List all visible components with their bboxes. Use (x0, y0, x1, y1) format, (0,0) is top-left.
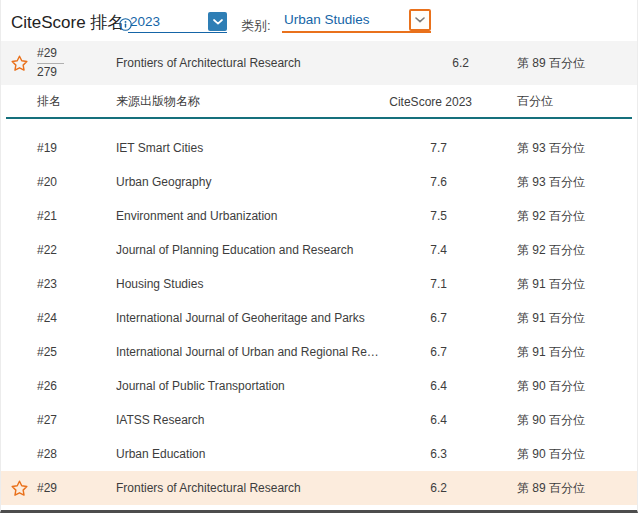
row-citescore: 7.1 (382, 277, 472, 291)
table-header: 排名 来源出版物名称 CiteScore 2023 百分位 (1, 88, 637, 115)
table-row: #19 IET Smart Cities 7.7 第 93 百分位 (1, 131, 637, 165)
row-source-title: International Journal of Urban and Regio… (116, 345, 382, 359)
table-row: #21 Environment and Urbanization 7.5 第 9… (1, 199, 637, 233)
row-percentile: 第 92 百分位 (472, 208, 637, 225)
row-rank: #29 (37, 481, 116, 495)
column-header-citescore: CiteScore 2023 (382, 95, 472, 109)
row-citescore: 6.7 (382, 311, 472, 325)
row-percentile: 第 91 百分位 (472, 310, 637, 327)
table-row: #26 Journal of Public Transportation 6.4… (1, 369, 637, 403)
row-rank: #26 (37, 379, 116, 393)
row-percentile: 第 91 百分位 (472, 276, 637, 293)
category-dropdown[interactable]: Urban Studies (282, 10, 431, 33)
summary-percentile: 第 89 百分位 (472, 55, 637, 72)
row-rank: #23 (37, 277, 116, 291)
panel-header: CiteScore 排名 2023 类别: Urban Studies (1, 0, 637, 41)
star-icon[interactable] (10, 54, 29, 73)
column-header-rank: 排名 (37, 93, 116, 110)
row-rank: #22 (37, 243, 116, 257)
year-dropdown-button[interactable] (208, 12, 227, 31)
row-citescore: 6.7 (382, 345, 472, 359)
chevron-down-icon (213, 19, 223, 25)
citescore-rank-panel: CiteScore 排名 2023 类别: Urban Studies (0, 0, 638, 513)
row-percentile: 第 92 百分位 (472, 242, 637, 259)
table-row: #28 Urban Education 6.3 第 90 百分位 (1, 437, 637, 471)
row-citescore: 6.4 (382, 413, 472, 427)
row-source-title: International Journal of Geoheritage and… (116, 311, 382, 325)
summary-total: 279 (37, 65, 57, 79)
row-rank: #24 (37, 311, 116, 325)
row-source-title: Urban Geography (116, 175, 382, 189)
row-citescore: 7.4 (382, 243, 472, 257)
summary-rank-fraction: #29 279 (37, 47, 64, 80)
table-row: #27 IATSS Research 6.4 第 90 百分位 (1, 403, 637, 437)
row-percentile: 第 93 百分位 (472, 140, 637, 157)
row-percentile: 第 89 百分位 (472, 480, 637, 497)
row-rank: #25 (37, 345, 116, 359)
summary-rank: #29 (37, 46, 57, 60)
row-source-title: Environment and Urbanization (116, 209, 382, 223)
row-percentile: 第 90 百分位 (472, 412, 637, 429)
summary-citescore: 6.2 (382, 56, 472, 70)
table-body: #19 IET Smart Cities 7.7 第 93 百分位 #20 Ur… (1, 131, 637, 505)
star-icon[interactable] (10, 479, 29, 498)
row-citescore: 7.6 (382, 175, 472, 189)
category-label: 类别: (241, 17, 271, 35)
row-rank: #27 (37, 413, 116, 427)
table-row: #20 Urban Geography 7.6 第 93 百分位 (1, 165, 637, 199)
row-source-title: Urban Education (116, 447, 382, 461)
year-dropdown[interactable]: 2023 (128, 12, 227, 33)
summary-source-title: Frontiers of Architectural Research (116, 56, 382, 70)
table-row: #29 Frontiers of Architectural Research … (1, 471, 637, 505)
row-citescore: 6.2 (382, 481, 472, 495)
row-source-title: Journal of Planning Education and Resear… (116, 243, 382, 257)
page-title: CiteScore 排名 (11, 11, 124, 34)
chevron-down-icon (415, 17, 425, 23)
row-source-title: Housing Studies (116, 277, 382, 291)
row-percentile: 第 93 百分位 (472, 174, 637, 191)
row-source-title: IET Smart Cities (116, 141, 382, 155)
row-citescore: 6.4 (382, 379, 472, 393)
row-rank: #21 (37, 209, 116, 223)
row-source-title: IATSS Research (116, 413, 382, 427)
row-rank: #20 (37, 175, 116, 189)
row-percentile: 第 90 百分位 (472, 446, 637, 463)
row-citescore: 6.3 (382, 447, 472, 461)
row-rank: #28 (37, 447, 116, 461)
category-dropdown-value[interactable]: Urban Studies (284, 12, 370, 27)
row-source-title: Frontiers of Architectural Research (116, 481, 382, 495)
row-source-title: Journal of Public Transportation (116, 379, 382, 393)
table-row: #22 Journal of Planning Education and Re… (1, 233, 637, 267)
category-dropdown-button[interactable] (409, 9, 431, 31)
table-row: #24 International Journal of Geoheritage… (1, 301, 637, 335)
row-rank: #19 (37, 141, 116, 155)
row-percentile: 第 91 百分位 (472, 344, 637, 361)
fraction-divider (37, 63, 64, 64)
column-header-percentile: 百分位 (472, 93, 637, 110)
table-row: #23 Housing Studies 7.1 第 91 百分位 (1, 267, 637, 301)
header-divider (6, 117, 632, 119)
year-dropdown-value[interactable]: 2023 (130, 14, 160, 29)
row-citescore: 7.5 (382, 209, 472, 223)
column-header-source-title: 来源出版物名称 (116, 93, 382, 110)
row-citescore: 7.7 (382, 141, 472, 155)
summary-row: #29 279 Frontiers of Architectural Resea… (1, 41, 637, 85)
table-row: #25 International Journal of Urban and R… (1, 335, 637, 369)
row-percentile: 第 90 百分位 (472, 378, 637, 395)
